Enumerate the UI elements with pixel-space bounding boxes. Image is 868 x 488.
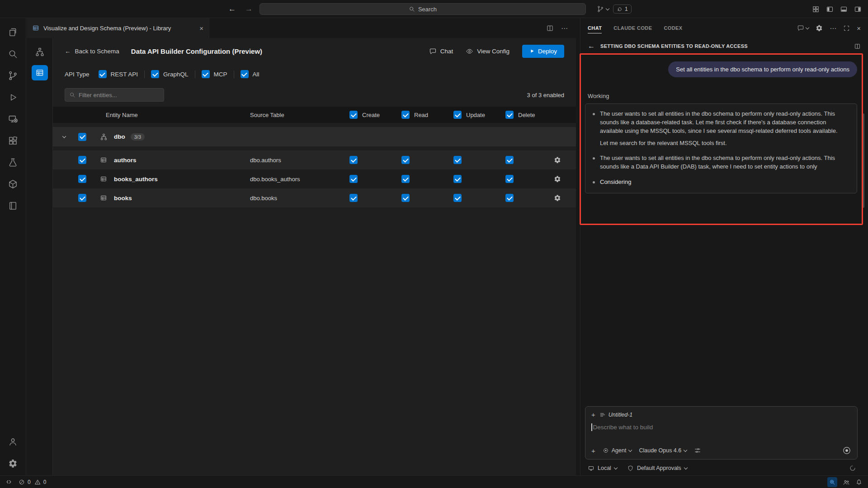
split-editor-icon[interactable] xyxy=(546,24,554,32)
rest-api-checkbox[interactable] xyxy=(99,70,107,78)
remote-indicator-icon[interactable] xyxy=(5,479,12,485)
source-control-icon[interactable] xyxy=(3,66,23,85)
create-checkbox[interactable] xyxy=(349,175,358,183)
session-picker-button[interactable] xyxy=(597,5,609,13)
update-checkbox[interactable] xyxy=(453,175,462,183)
column-read: Read xyxy=(414,112,428,118)
graphql-checkbox[interactable] xyxy=(151,70,159,78)
close-tab-icon[interactable]: × xyxy=(199,24,203,32)
new-chat-dropdown-button[interactable] xyxy=(797,24,809,32)
customize-layout-icon[interactable] xyxy=(812,5,820,13)
toggle-secondary-sidebar-icon[interactable] xyxy=(854,5,862,13)
extensions-icon[interactable] xyxy=(3,131,23,150)
run-debug-icon[interactable] xyxy=(3,88,23,107)
chat-more-actions-icon[interactable]: ⋯ xyxy=(830,25,836,32)
create-checkbox[interactable] xyxy=(349,156,358,164)
tab-claude-code[interactable]: CLAUDE CODE xyxy=(613,23,652,33)
sync-status-pill[interactable]: 1 xyxy=(613,5,632,14)
accounts-icon[interactable] xyxy=(3,432,23,451)
agent-thinking-box[interactable]: The user wants to set all entities in th… xyxy=(585,103,857,193)
accounts-status-icon[interactable] xyxy=(843,479,850,486)
back-to-schema-link[interactable]: ← Back to Schema xyxy=(65,48,119,55)
delete-checkbox[interactable] xyxy=(505,194,514,202)
chevron-down-icon xyxy=(806,25,809,29)
testing-icon[interactable] xyxy=(3,153,23,172)
entity-settings-button[interactable] xyxy=(554,156,561,164)
filter-entities-input[interactable] xyxy=(79,92,156,99)
history-back-button[interactable]: ← xyxy=(228,5,236,14)
read-checkbox[interactable] xyxy=(401,194,410,202)
chat-settings-gear-icon[interactable] xyxy=(816,24,823,32)
toggle-primary-sidebar-icon[interactable] xyxy=(826,5,834,13)
chat-back-icon[interactable]: ← xyxy=(588,42,595,50)
table-row-authors[interactable]: authors dbo.authors xyxy=(53,150,576,169)
group-select-checkbox[interactable] xyxy=(78,133,86,141)
gear-icon xyxy=(554,156,561,164)
deploy-label: Deploy xyxy=(538,48,557,55)
tab-codex[interactable]: CODEX xyxy=(664,23,682,33)
mcp-checkbox[interactable] xyxy=(202,70,210,78)
select-all-read-checkbox[interactable] xyxy=(401,111,410,119)
entity-settings-button[interactable] xyxy=(554,194,561,202)
api-option-all[interactable]: All xyxy=(241,70,259,78)
chat-button[interactable]: Chat xyxy=(429,47,453,55)
api-option-mcp[interactable]: MCP xyxy=(202,70,227,78)
environment-dropdown[interactable]: Local xyxy=(588,465,617,472)
schema-designer-view-button[interactable] xyxy=(32,44,48,60)
settings-gear-icon[interactable] xyxy=(3,454,23,473)
model-settings-sliders-icon[interactable] xyxy=(694,447,701,454)
zoom-status-button[interactable] xyxy=(827,477,837,487)
select-all-delete-checkbox[interactable] xyxy=(505,111,514,119)
voice-send-button[interactable] xyxy=(842,446,851,455)
explorer-icon[interactable] xyxy=(3,23,23,42)
composer-placeholder[interactable]: Describe what to build xyxy=(593,424,653,431)
gear-icon xyxy=(554,194,561,202)
api-option-rest[interactable]: REST API xyxy=(99,70,138,78)
notifications-bell-icon[interactable] xyxy=(855,479,863,486)
read-checkbox[interactable] xyxy=(401,175,410,183)
history-forward-button[interactable]: → xyxy=(245,5,253,14)
collapse-group-chevron-icon[interactable] xyxy=(62,134,66,138)
package-explorer-icon[interactable] xyxy=(3,174,23,193)
entity-settings-button[interactable] xyxy=(554,175,561,183)
api-option-graphql[interactable]: GraphQL xyxy=(151,70,189,78)
notebook-icon[interactable] xyxy=(3,196,23,215)
add-context-button[interactable]: + xyxy=(591,411,595,418)
delete-checkbox[interactable] xyxy=(505,156,514,164)
all-checkbox[interactable] xyxy=(241,70,249,78)
update-checkbox[interactable] xyxy=(453,194,462,202)
open-in-editor-icon[interactable] xyxy=(854,43,861,50)
chat-composer[interactable]: + Untitled-1 Describe what to build + Ag… xyxy=(585,406,858,460)
row-select-checkbox[interactable] xyxy=(78,156,86,164)
editor-more-actions-icon[interactable]: ⋯ xyxy=(561,25,568,32)
agent-mode-dropdown[interactable]: Agent xyxy=(603,447,632,454)
table-row-books[interactable]: books dbo.books xyxy=(53,188,576,207)
schema-group-row-dbo[interactable]: dbo 3/3 xyxy=(53,127,576,146)
update-checkbox[interactable] xyxy=(453,156,462,164)
tab-chat[interactable]: CHAT xyxy=(588,23,602,33)
table-row-books-authors[interactable]: books_authors dbo.books_authors xyxy=(53,169,576,188)
read-checkbox[interactable] xyxy=(401,156,410,164)
problems-status[interactable]: 0 0 xyxy=(19,479,47,485)
command-search-box[interactable]: Search xyxy=(259,3,586,15)
select-all-update-checkbox[interactable] xyxy=(453,111,462,119)
deploy-button[interactable]: Deploy xyxy=(522,45,564,58)
close-panel-icon[interactable]: × xyxy=(857,25,861,32)
row-select-checkbox[interactable] xyxy=(78,175,86,183)
scrollbar-thumb[interactable] xyxy=(862,113,864,208)
maximize-panel-icon[interactable] xyxy=(843,25,850,32)
attach-button[interactable]: + xyxy=(591,447,595,455)
search-sidebar-icon[interactable] xyxy=(3,44,23,63)
tab-visualize-design-schema[interactable]: Visualize and Design Schema (Preview) - … xyxy=(27,18,209,38)
create-checkbox[interactable] xyxy=(349,194,358,202)
remote-explorer-icon[interactable] xyxy=(3,109,23,128)
api-builder-view-button[interactable] xyxy=(32,65,48,80)
approvals-dropdown[interactable]: Default Approvals xyxy=(627,465,687,472)
model-picker-dropdown[interactable]: Claude Opus 4.6 xyxy=(639,447,687,454)
row-select-checkbox[interactable] xyxy=(78,194,86,202)
select-all-create-checkbox[interactable] xyxy=(349,111,358,119)
delete-checkbox[interactable] xyxy=(505,175,514,183)
toggle-panel-icon[interactable] xyxy=(840,5,848,13)
context-file-chip[interactable]: Untitled-1 xyxy=(599,412,633,418)
view-config-button[interactable]: View Config xyxy=(466,47,509,55)
